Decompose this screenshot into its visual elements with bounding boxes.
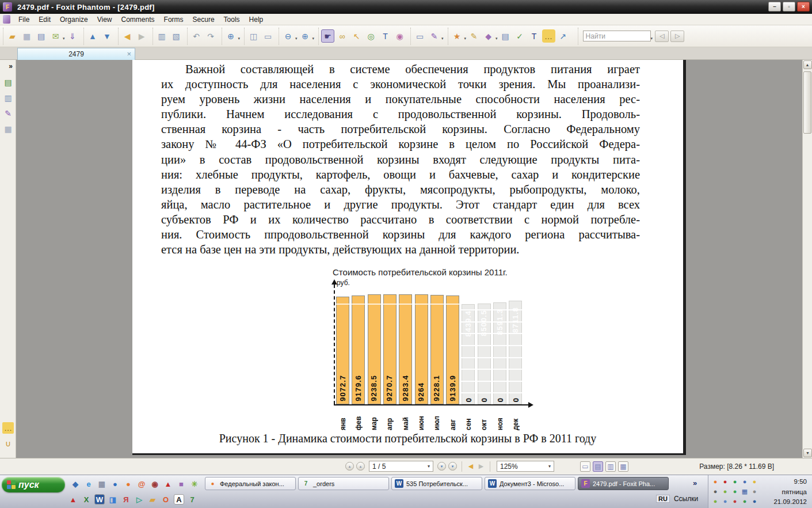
quicklaunch-foxit[interactable]: ■	[176, 479, 186, 489]
redo-icon[interactable]: ↷	[204, 29, 218, 43]
quicklaunch-app2[interactable]: ▷	[134, 494, 144, 505]
taskbar-btn-word-doc3[interactable]: WДокумент3 - Microso...	[485, 477, 575, 490]
start-button[interactable]: пуск	[2, 477, 65, 492]
fit-width-icon[interactable]: ◫	[247, 29, 260, 43]
taskbar-more-chevron-icon[interactable]: »	[693, 479, 697, 487]
quicklaunch-yandex[interactable]: Я	[121, 494, 131, 505]
continuous-layout-button[interactable]: ▤	[593, 461, 603, 472]
comments-panel-icon[interactable]: …	[2, 422, 14, 434]
taskbar-btn-firefox[interactable]: ●Федеральный закон...	[205, 477, 296, 490]
extract-pages-icon[interactable]: ▧	[170, 29, 183, 43]
page-number-combo[interactable]: 1 / 5▾	[369, 461, 433, 472]
sidebar-expand-icon[interactable]: »	[9, 62, 13, 70]
scroll-down-arrow[interactable]: ▼	[803, 449, 812, 457]
go-forward-icon[interactable]: ▶	[135, 29, 148, 43]
search-dropdown-icon[interactable]: ▾	[651, 36, 653, 41]
menu-tools[interactable]: Tools	[219, 14, 245, 25]
tray-icon-3[interactable]: ●	[731, 477, 739, 486]
pencil-tool-icon-dropdown[interactable]: ▾	[441, 36, 444, 41]
tray-icon-5[interactable]: ●	[750, 477, 758, 486]
tab-close-icon[interactable]: ×	[127, 50, 131, 58]
stamp-tool-icon-dropdown[interactable]: ▾	[464, 36, 467, 41]
quicklaunch-translator[interactable]: A	[174, 494, 184, 505]
form-check-icon[interactable]: ✓	[513, 29, 527, 43]
next-view-circle-icon[interactable]: ▼	[101, 29, 114, 43]
bookmarks-panel-icon[interactable]: ▤	[2, 77, 14, 88]
previous-view-circle-icon[interactable]: ▲	[86, 29, 100, 43]
quicklaunch-acrobat[interactable]: ▲	[163, 479, 173, 489]
previous-page-button[interactable]: ▲	[356, 462, 365, 471]
zoom-combo-dropdown-icon[interactable]: ▾	[548, 464, 551, 469]
convert-icon[interactable]: ⇓	[66, 29, 79, 43]
find-previous-button[interactable]: ◁	[655, 31, 669, 42]
quicklaunch-firefox[interactable]: ●	[123, 479, 134, 489]
menu-file[interactable]: File	[14, 14, 34, 25]
quicklaunch-mail[interactable]: @	[136, 479, 147, 489]
quicklaunch-pdf[interactable]: ▲	[68, 494, 78, 505]
quicklaunch-globe[interactable]: ●	[110, 479, 120, 489]
menu-secure[interactable]: Secure	[188, 14, 219, 25]
quicklaunch-browser2[interactable]: ◉	[150, 479, 160, 489]
zoom-out-icon[interactable]: ⊖	[281, 29, 295, 43]
continuous-facing-layout-button[interactable]: ▦	[618, 461, 628, 472]
quicklaunch-calculator[interactable]: ▦	[97, 479, 107, 489]
signature-panel-icon[interactable]: ✎	[2, 108, 14, 119]
zoom-in-icon[interactable]: ⊕	[299, 29, 312, 43]
email-icon-dropdown[interactable]: ▾	[63, 36, 65, 41]
next-page-button[interactable]: ▼	[437, 462, 446, 471]
vertical-scrollbar[interactable]: ▲ ▼	[802, 60, 812, 458]
menu-forms[interactable]: Forms	[159, 14, 188, 25]
tray-icon-2[interactable]: ●	[721, 477, 729, 486]
next-view-button[interactable]: ▶	[476, 461, 486, 471]
email-icon[interactable]: ✉	[49, 29, 62, 43]
taskbar-btn-word-535[interactable]: W535 Потребительск...	[391, 477, 482, 490]
binoculars-search-icon[interactable]: ◎	[364, 29, 378, 43]
tray-icon-11[interactable]: ●	[711, 497, 719, 505]
menu-view[interactable]: View	[93, 14, 117, 25]
tray-icon-13[interactable]: ●	[731, 497, 739, 505]
links-toolbar-label[interactable]: Ссылки	[674, 495, 698, 503]
rectangle-tool-icon[interactable]: ▭	[413, 29, 426, 43]
lock-security-icon-dropdown[interactable]: ▾	[495, 36, 498, 41]
open-icon[interactable]: ▰	[6, 29, 19, 43]
quicklaunch-word[interactable]: W	[94, 494, 105, 505]
menu-edit[interactable]: Edit	[34, 14, 55, 25]
share-icon[interactable]: ↗	[556, 29, 570, 43]
menu-organize[interactable]: Organize	[55, 14, 93, 25]
lock-security-icon[interactable]: ◆	[482, 29, 495, 43]
tray-icon-7[interactable]: ●	[721, 487, 729, 495]
highlighter-icon[interactable]: ✎	[467, 29, 481, 43]
tab-2479[interactable]: 2479 ×	[17, 48, 135, 60]
pages-panel-icon[interactable]: ▥	[2, 92, 14, 104]
quicklaunch-photoshop[interactable]: ◨	[108, 494, 118, 505]
tray-icon-14[interactable]: ●	[741, 497, 749, 505]
comment-bubble-icon[interactable]: …	[542, 29, 555, 43]
go-back-icon[interactable]: ◀	[121, 29, 134, 43]
undo-icon[interactable]: ↶	[190, 29, 203, 43]
minimize-button[interactable]: –	[768, 2, 781, 12]
note-edit-icon[interactable]: ▤	[499, 29, 512, 43]
previous-view-button[interactable]: ◀	[466, 461, 476, 471]
zoom-in-icon-dropdown[interactable]: ▾	[312, 36, 315, 41]
menu-comments[interactable]: Comments	[117, 14, 159, 25]
select-text-icon[interactable]: T	[379, 29, 392, 43]
zoom-tool-icon[interactable]: ⊕	[224, 29, 238, 43]
scrollbar-thumb[interactable]	[803, 71, 811, 134]
close-button[interactable]: ×	[797, 2, 810, 12]
save-icon[interactable]: ▦	[20, 29, 33, 43]
tray-icon-12[interactable]: ●	[721, 497, 729, 505]
menu-help[interactable]: Help	[245, 14, 268, 25]
zoom-level-combo[interactable]: 125%▾	[497, 461, 554, 472]
tray-icon-4[interactable]: ●	[741, 477, 749, 486]
language-indicator[interactable]: RU	[656, 495, 670, 503]
single-page-layout-button[interactable]: ▭	[580, 461, 590, 472]
tray-icon-10[interactable]: ●	[750, 487, 758, 495]
tray-icon-6[interactable]: ●	[711, 487, 719, 495]
tray-icon-8[interactable]: ●	[731, 487, 739, 495]
tray-icon-9[interactable]: ▦	[741, 487, 749, 495]
search-input[interactable]	[583, 31, 651, 41]
quicklaunch-7zip[interactable]: 7	[187, 494, 197, 505]
snapshot-icon[interactable]: ◉	[393, 29, 406, 43]
taskbar-btn-orders[interactable]: 7_orders	[298, 477, 389, 490]
hand-tool-icon[interactable]: ☛	[321, 29, 334, 43]
